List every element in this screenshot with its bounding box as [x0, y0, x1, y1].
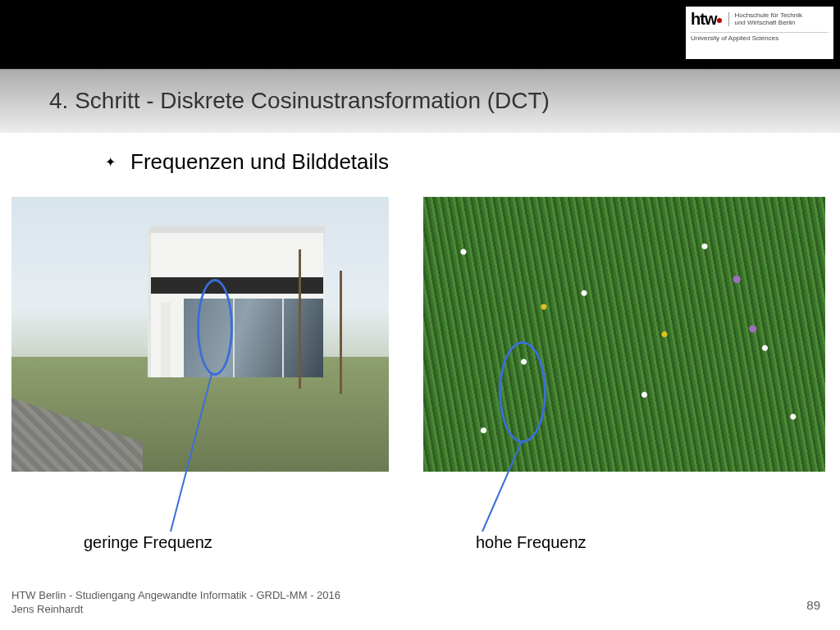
footer-line2: Jens Reinhardt [11, 602, 340, 617]
caption-low-frequency: geringe Frequenz [84, 533, 212, 552]
footer-line1: HTW Berlin - Studiengang Angewandte Info… [11, 588, 340, 603]
slide: htw Hochschule für Technik und Wirtschaf… [0, 0, 840, 630]
svg-line-1 [482, 441, 522, 532]
footer: HTW Berlin - Studiengang Angewandte Info… [11, 588, 340, 617]
caption-high-frequency: hohe Frequenz [476, 533, 587, 552]
page-number: 89 [806, 598, 820, 612]
